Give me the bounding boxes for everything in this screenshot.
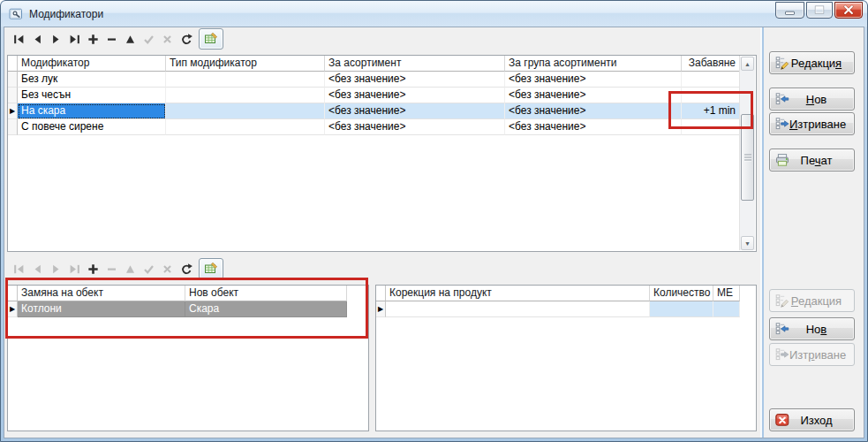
column-header[interactable]: Модификатор (18, 56, 166, 72)
print-button[interactable]: Печат (769, 149, 855, 171)
edit-record-icon (775, 293, 789, 308)
grid-cell[interactable]: <без значение> (325, 88, 505, 103)
pictures-button[interactable] (199, 258, 223, 279)
edit-record-icon (775, 56, 789, 70)
prior-record-button[interactable] (29, 260, 46, 278)
grid-cell[interactable]: С повече сирене (18, 119, 166, 135)
column-header[interactable]: Нов обект (185, 286, 347, 301)
last-record-button[interactable] (66, 260, 83, 278)
post-edit-button[interactable] (140, 30, 157, 48)
edit-record-button[interactable] (122, 30, 139, 48)
cancel-edit-icon (161, 263, 174, 276)
scroll-down-button[interactable]: ▼ (741, 236, 754, 250)
grid-cell[interactable]: Без лук (18, 72, 166, 88)
cancel-edit-button[interactable] (159, 260, 176, 278)
grid-cell[interactable]: <без значение> (505, 88, 682, 103)
restore-button[interactable] (806, 2, 833, 19)
delete-record-icon (775, 117, 789, 131)
db-navigator-detail (11, 258, 223, 279)
grid-cell[interactable]: <без значение> (325, 119, 505, 135)
scroll-up-button[interactable]: ▲ (741, 57, 754, 71)
grid-cell[interactable]: <без значение> (505, 103, 682, 119)
delete-record-button[interactable] (103, 260, 120, 278)
delete-detail-button[interactable]: Изтриване (769, 343, 855, 366)
column-header[interactable]: Тип модификатор (166, 56, 325, 72)
delete-record-icon (775, 347, 789, 362)
app-icon (9, 7, 23, 21)
grid-corner (8, 56, 18, 72)
prior-record-button[interactable] (29, 30, 46, 48)
column-header[interactable]: Забавяне (682, 56, 740, 72)
grid-cell[interactable] (166, 103, 325, 119)
first-record-button[interactable] (11, 260, 27, 278)
restore-icon (807, 2, 832, 19)
grid-cell[interactable] (166, 72, 325, 88)
modifiers-grid: ▲ ▼ МодификаторТип модификаторЗа асортим… (7, 55, 757, 252)
refresh-button[interactable] (177, 260, 194, 278)
column-header[interactable]: МЕ (713, 286, 740, 301)
grid-cell[interactable] (713, 301, 740, 317)
edit-record-button[interactable] (122, 260, 139, 278)
column-header[interactable]: За група асортименти (505, 56, 682, 72)
grid-cell[interactable]: <без значение> (505, 119, 682, 135)
exit-button[interactable]: Изход (769, 408, 855, 431)
delete-record-icon (105, 33, 118, 46)
grid-cell[interactable] (682, 88, 740, 103)
modifiers-window: Модификатори ▲ ▼ МодификаторТип модифика… (0, 0, 868, 442)
refresh-button[interactable] (177, 30, 194, 48)
vertical-scrollbar[interactable]: ▲ ▼ (739, 57, 755, 250)
grid-cell[interactable]: Котлони (18, 301, 185, 317)
delete-record-button[interactable] (103, 30, 120, 48)
button-label: Редакция (789, 57, 843, 70)
row-indicator (8, 88, 18, 103)
refresh-icon (179, 263, 192, 276)
db-navigator-top (11, 28, 223, 50)
pictures-button[interactable] (199, 28, 223, 50)
next-record-icon (49, 33, 63, 46)
grid-cell[interactable]: <без значение> (505, 72, 682, 88)
grid-cell[interactable]: Скара (185, 301, 347, 317)
delete-button[interactable]: Изтриване (769, 112, 855, 135)
new-detail-button[interactable]: Нов (769, 317, 855, 340)
edit-detail-button[interactable]: Редакция (769, 289, 855, 312)
first-record-icon (12, 33, 26, 46)
next-record-button[interactable] (48, 30, 64, 48)
first-record-button[interactable] (11, 30, 27, 48)
edit-record-icon (124, 263, 137, 276)
grid-cell[interactable] (650, 301, 713, 317)
grid-cell[interactable] (166, 88, 325, 103)
grid-cell[interactable]: +1 min (682, 103, 740, 119)
grid-row: ▶ (376, 301, 756, 317)
grid-cell[interactable] (682, 119, 740, 135)
scroll-thumb[interactable] (741, 114, 754, 201)
last-record-button[interactable] (66, 30, 83, 48)
minimize-button[interactable] (775, 2, 804, 19)
column-header[interactable]: Количество (650, 286, 713, 301)
grid-cell[interactable]: <без значение> (325, 103, 505, 119)
button-label: Изтриване (789, 348, 846, 362)
close-button[interactable] (834, 2, 863, 19)
next-record-icon (49, 263, 63, 276)
next-record-button[interactable] (48, 260, 64, 278)
delete-record-icon (105, 263, 118, 276)
column-header[interactable]: Корекция на продукт (386, 286, 650, 301)
last-record-icon (68, 263, 81, 276)
grid-cell[interactable] (682, 72, 740, 88)
grid-row: С повече сирене<без значение><без значен… (8, 119, 756, 135)
grid-cell[interactable]: Без чесън (18, 88, 166, 103)
new-button[interactable]: Нов (769, 88, 855, 110)
cancel-edit-button[interactable] (159, 30, 176, 48)
column-header[interactable]: За асортимент (325, 56, 505, 72)
post-edit-icon (142, 263, 155, 276)
new-record-icon (775, 322, 789, 336)
grid-cell[interactable]: <без значение> (325, 72, 505, 88)
edit-button[interactable]: Редакция (769, 51, 855, 74)
grid-cell[interactable]: На скара (18, 103, 166, 119)
grid-cell[interactable] (166, 119, 325, 135)
column-header[interactable]: Замяна на обект (18, 286, 185, 301)
post-edit-button[interactable] (140, 260, 157, 278)
insert-record-button[interactable] (85, 260, 102, 278)
window-title: Модификатори (29, 8, 103, 20)
insert-record-button[interactable] (85, 30, 102, 48)
grid-cell[interactable] (386, 301, 650, 317)
